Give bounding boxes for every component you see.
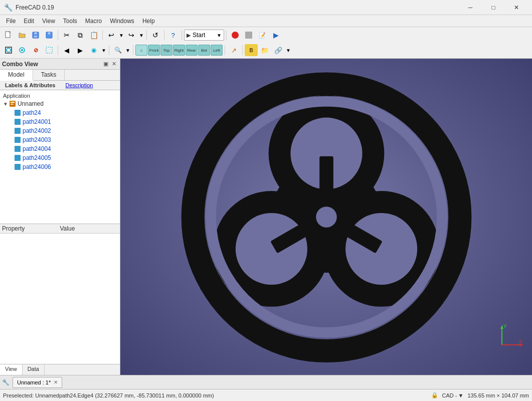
svg-point-38 <box>238 215 305 282</box>
sync-dropdown-button[interactable]: ▼ <box>101 44 107 56</box>
saveas-button[interactable] <box>43 29 56 41</box>
view-top[interactable]: Top <box>160 45 172 56</box>
combo-close-button[interactable]: ✕ <box>110 60 118 68</box>
paste-button[interactable]: 📋 <box>87 29 100 41</box>
view-home[interactable]: ⌂ <box>135 45 147 56</box>
svg-rect-14 <box>11 104 14 105</box>
cad-text: CAD - <box>442 392 457 398</box>
doc-tab-close-button[interactable]: ✕ <box>54 379 58 385</box>
panel-bottom-tabs: View Data <box>0 364 120 375</box>
workbench-label: Start <box>193 32 205 39</box>
stop-button[interactable] <box>242 29 255 41</box>
window-controls: ─ □ ✕ <box>459 0 528 15</box>
axes-button[interactable]: ↗ <box>227 44 240 56</box>
doc-tab-icon: 🔧 <box>2 379 10 386</box>
pbt-data[interactable]: Data <box>23 364 45 375</box>
link-dropdown[interactable]: ▼ <box>285 44 291 56</box>
undo-dropdown-button[interactable]: ▼ <box>118 29 124 41</box>
copy-button[interactable]: ⧉ <box>74 29 87 41</box>
title-text: FreeCAD 0.19 <box>16 4 459 11</box>
cut-button[interactable]: ✂ <box>60 29 73 41</box>
sync-view-button[interactable]: ◉ <box>87 44 100 56</box>
menu-edit[interactable]: Edit <box>20 17 38 26</box>
fit-all-button[interactable] <box>2 44 15 56</box>
3d-viewport[interactable]: Y X <box>120 59 532 375</box>
doc-tab[interactable]: Unnamed : 1* ✕ <box>13 377 62 388</box>
tree-item-4[interactable]: path24004 <box>2 144 118 153</box>
tab-tasks[interactable]: Tasks <box>33 70 65 80</box>
draw-style-button[interactable]: ⊘ <box>29 44 42 56</box>
view-bottom[interactable]: Bot <box>198 45 210 56</box>
viewport-coords: 135.65 mm × 104.07 mm <box>467 392 529 398</box>
tree-item-label-5: path24005 <box>23 154 51 161</box>
view-left[interactable]: Left <box>211 45 223 56</box>
menu-help[interactable]: Help <box>138 17 159 26</box>
menu-tools[interactable]: Tools <box>59 17 81 26</box>
maximize-button[interactable]: □ <box>482 0 505 15</box>
tree-item-5[interactable]: path24005 <box>2 153 118 162</box>
view-front[interactable]: Front <box>148 45 160 56</box>
open-button[interactable] <box>16 29 29 41</box>
subtab-description[interactable]: Description <box>60 81 98 90</box>
tree-item-0[interactable]: path24 <box>2 108 118 117</box>
tree-item-label-3: path24003 <box>23 136 51 143</box>
svg-rect-6 <box>48 32 51 35</box>
close-button[interactable]: ✕ <box>505 0 528 15</box>
menu-windows[interactable]: Windows <box>106 17 138 26</box>
subtab-labels[interactable]: Labels & Attributes <box>0 81 60 90</box>
combo-float-button[interactable]: ▣ <box>102 60 110 68</box>
menu-file[interactable]: File <box>2 17 20 26</box>
bounding-box-button[interactable] <box>43 44 56 56</box>
svg-text:X: X <box>519 339 522 344</box>
forward-button[interactable]: ▶ <box>74 44 87 56</box>
menu-view[interactable]: View <box>38 17 59 26</box>
minimize-button[interactable]: ─ <box>459 0 482 15</box>
path-icon-5 <box>14 154 21 161</box>
tree-item-label-2: path24002 <box>23 127 51 134</box>
biohazard-accurate-svg <box>176 67 477 367</box>
zoom-dropdown-button[interactable]: 🔍 <box>111 44 124 56</box>
menu-macro[interactable]: Macro <box>81 17 106 26</box>
tree-root-unnamed[interactable]: ▼ Unnamed <box>2 99 118 108</box>
view-right[interactable]: Right <box>173 45 185 56</box>
save-button[interactable] <box>29 29 42 41</box>
tree-item-3[interactable]: path24003 <box>2 135 118 144</box>
path-icon-3 <box>14 136 21 143</box>
tab-model[interactable]: Model <box>0 70 33 81</box>
svg-text:Y: Y <box>503 324 507 329</box>
svg-rect-3 <box>34 32 37 35</box>
path-icon-1 <box>14 118 21 125</box>
tree-item-2[interactable]: path24002 <box>2 126 118 135</box>
back-button[interactable]: ◀ <box>60 44 73 56</box>
main-area: Combo View ▣ ✕ Model Tasks Labels & Attr… <box>0 59 532 375</box>
status-right: 🔒 CAD - ▼ 135.65 mm × 104.07 mm <box>431 392 529 398</box>
fit-selection-button[interactable] <box>16 44 29 56</box>
cad-dropdown-arrow[interactable]: ▼ <box>458 392 464 398</box>
link-button[interactable]: 🔗 <box>272 44 285 56</box>
redo-dropdown-button[interactable]: ▼ <box>138 29 144 41</box>
part-box-button[interactable]: B <box>245 44 258 56</box>
help-button[interactable]: ? <box>166 29 180 41</box>
new-button[interactable] <box>2 29 15 41</box>
record-button[interactable] <box>229 29 242 41</box>
tree-arrow-unnamed: ▼ <box>3 101 8 107</box>
svg-point-43 <box>316 207 337 228</box>
macro-edit-button[interactable]: 📝 <box>256 29 269 41</box>
doc-icon <box>9 100 16 107</box>
view-rear[interactable]: Rear <box>186 45 198 56</box>
new-folder-button[interactable]: 📁 <box>258 44 271 56</box>
undo-button[interactable]: ↩ <box>105 29 118 41</box>
tree-item-6[interactable]: path24006 <box>2 162 118 171</box>
zoom-dropdown-arrow[interactable]: ▼ <box>125 44 131 56</box>
path-icon-0 <box>14 109 21 116</box>
application-label: Application <box>2 92 118 99</box>
tree-item-1[interactable]: path24001 <box>2 117 118 126</box>
property-header: Property Value <box>0 224 120 234</box>
main-tabs: Model Tasks <box>0 70 120 81</box>
pbt-view[interactable]: View <box>0 364 23 375</box>
redo-button[interactable]: ↪ <box>125 29 138 41</box>
workbench-dropdown[interactable]: ▶ Start ▼ <box>184 30 224 41</box>
svg-rect-13 <box>11 102 15 103</box>
refresh-button[interactable]: ↺ <box>149 29 162 41</box>
macro-run-button[interactable]: ▶ <box>269 29 282 41</box>
